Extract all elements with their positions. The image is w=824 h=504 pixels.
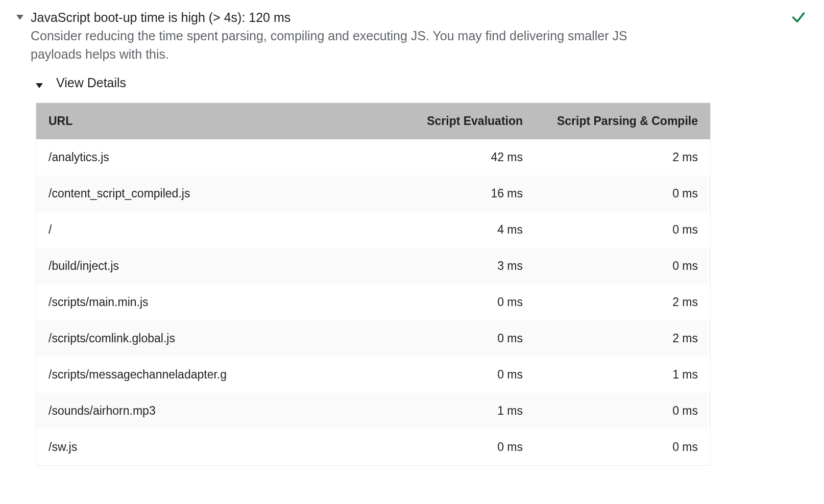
cell-url: /scripts/messagechanneladapter.g (36, 357, 360, 393)
cell-eval: 1 ms (360, 393, 535, 429)
cell-eval: 16 ms (360, 175, 535, 212)
cell-url: /scripts/main.min.js (36, 284, 360, 320)
cell-parse: 0 ms (535, 212, 710, 248)
cell-parse: 1 ms (535, 357, 710, 393)
cell-eval: 0 ms (360, 429, 535, 466)
audit-header-row[interactable]: JavaScript boot-up time is high (> 4s): … (16, 9, 808, 26)
cell-parse: 0 ms (535, 248, 710, 284)
chevron-down-icon[interactable] (16, 15, 23, 20)
checkmark-icon (791, 10, 806, 27)
cell-eval: 3 ms (360, 248, 535, 284)
table-row: /sw.js 0 ms 0 ms (36, 429, 711, 466)
cell-eval: 4 ms (360, 212, 535, 248)
bootup-time-table: URL Script Evaluation Script Parsing & C… (36, 103, 711, 466)
table-row: /scripts/main.min.js 0 ms 2 ms (36, 284, 711, 320)
table-row: /content_script_compiled.js 16 ms 0 ms (36, 175, 711, 212)
table-row: /sounds/airhorn.mp3 1 ms 0 ms (36, 393, 711, 429)
view-details-label: View Details (56, 75, 126, 90)
cell-url: /content_script_compiled.js (36, 175, 360, 212)
cell-parse: 0 ms (535, 175, 710, 212)
cell-eval: 0 ms (360, 284, 535, 320)
cell-url: /analytics.js (36, 139, 360, 175)
audit-details: View Details URL Script Evaluation Scrip… (36, 75, 808, 466)
cell-url: / (36, 212, 360, 248)
cell-parse: 0 ms (535, 429, 710, 466)
cell-url: /sw.js (36, 429, 360, 466)
cell-eval: 0 ms (360, 357, 535, 393)
table-header-row: URL Script Evaluation Script Parsing & C… (36, 103, 711, 140)
audit-item: JavaScript boot-up time is high (> 4s): … (0, 0, 824, 476)
table-row: / 4 ms 0 ms (36, 212, 711, 248)
table-row: /scripts/messagechanneladapter.g 0 ms 1 … (36, 357, 711, 393)
cell-parse: 2 ms (535, 284, 710, 320)
table-row: /analytics.js 42 ms 2 ms (36, 139, 711, 175)
cell-url: /sounds/airhorn.mp3 (36, 393, 360, 429)
chevron-down-icon[interactable] (36, 83, 43, 88)
col-eval: Script Evaluation (360, 103, 535, 140)
col-url: URL (36, 103, 360, 140)
table-row: /scripts/comlink.global.js 0 ms 2 ms (36, 320, 711, 357)
cell-eval: 0 ms (360, 320, 535, 357)
audit-description: Consider reducing the time spent parsing… (16, 27, 808, 63)
cell-parse: 2 ms (535, 139, 710, 175)
table-body: /analytics.js 42 ms 2 ms /content_script… (36, 139, 711, 466)
cell-parse: 2 ms (535, 320, 710, 357)
cell-parse: 0 ms (535, 393, 710, 429)
cell-url: /scripts/comlink.global.js (36, 320, 360, 357)
view-details-toggle[interactable]: View Details (36, 75, 808, 90)
cell-eval: 42 ms (360, 139, 535, 175)
cell-url: /build/inject.js (36, 248, 360, 284)
table-row: /build/inject.js 3 ms 0 ms (36, 248, 711, 284)
col-parse: Script Parsing & Compile (535, 103, 710, 140)
audit-title: JavaScript boot-up time is high (> 4s): … (31, 9, 290, 26)
